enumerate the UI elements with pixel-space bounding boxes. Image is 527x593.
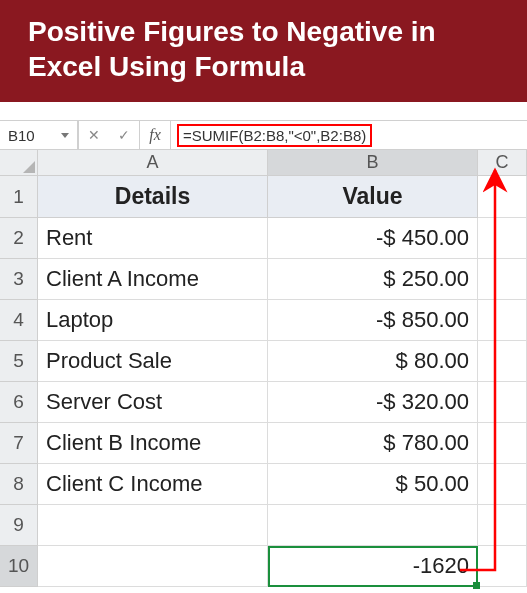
- cell-c7[interactable]: [478, 423, 527, 464]
- cell-b5[interactable]: $ 80.00: [268, 341, 478, 382]
- result-value: -1620: [413, 553, 469, 579]
- cell-a3[interactable]: Client A Income: [38, 259, 268, 300]
- col-header-c[interactable]: C: [478, 150, 527, 176]
- spreadsheet-grid: A B C 1 Details Value 2 Rent -$ 450.00 3…: [0, 150, 527, 587]
- cell-c4[interactable]: [478, 300, 527, 341]
- title-text: Positive Figures to Negative in Excel Us…: [28, 16, 436, 82]
- title-banner: Positive Figures to Negative in Excel Us…: [0, 0, 527, 102]
- cell-text: Client C Income: [46, 471, 203, 497]
- row-header-4[interactable]: 4: [0, 300, 38, 341]
- cell-a7[interactable]: Client B Income: [38, 423, 268, 464]
- cell-text: Client A Income: [46, 266, 199, 292]
- cell-text: -$ 450.00: [376, 225, 469, 251]
- fx-button[interactable]: fx: [140, 121, 170, 149]
- cell-b2[interactable]: -$ 450.00: [268, 218, 478, 259]
- cell-text: $ 50.00: [396, 471, 469, 497]
- cell-b9[interactable]: [268, 505, 478, 546]
- x-icon: ✕: [88, 127, 100, 143]
- cell-a4[interactable]: Laptop: [38, 300, 268, 341]
- cell-a10[interactable]: [38, 546, 268, 587]
- cell-b6[interactable]: -$ 320.00: [268, 382, 478, 423]
- cell-a8[interactable]: Client C Income: [38, 464, 268, 505]
- cell-a2[interactable]: Rent: [38, 218, 268, 259]
- cell-a9[interactable]: [38, 505, 268, 546]
- fx-icon: fx: [149, 126, 161, 144]
- row-header-6[interactable]: 6: [0, 382, 38, 423]
- col-header-b[interactable]: B: [268, 150, 478, 176]
- formula-bar: B10 ✕ ✓ fx =SUMIF(B2:B8,"<0",B2:B8): [0, 120, 527, 150]
- cell-text: $ 80.00: [396, 348, 469, 374]
- row-header-7[interactable]: 7: [0, 423, 38, 464]
- cell-text: Server Cost: [46, 389, 162, 415]
- cell-c3[interactable]: [478, 259, 527, 300]
- row-header-8[interactable]: 8: [0, 464, 38, 505]
- cell-text: $ 780.00: [383, 430, 469, 456]
- check-icon: ✓: [118, 127, 130, 143]
- cell-text: -$ 320.00: [376, 389, 469, 415]
- cell-b3[interactable]: $ 250.00: [268, 259, 478, 300]
- cell-text: -$ 850.00: [376, 307, 469, 333]
- cell-reference: B10: [8, 127, 35, 144]
- cell-text: $ 250.00: [383, 266, 469, 292]
- cell-text: Laptop: [46, 307, 113, 333]
- select-all-corner[interactable]: [0, 150, 38, 176]
- cancel-button[interactable]: ✕: [79, 121, 109, 149]
- cell-text: Rent: [46, 225, 92, 251]
- cell-b4[interactable]: -$ 850.00: [268, 300, 478, 341]
- col-header-a[interactable]: A: [38, 150, 268, 176]
- cell-a6[interactable]: Server Cost: [38, 382, 268, 423]
- cell-c8[interactable]: [478, 464, 527, 505]
- spacer: [0, 102, 527, 120]
- name-box[interactable]: B10: [0, 121, 78, 149]
- name-box-dropdown-icon[interactable]: [61, 133, 69, 138]
- cell-a1[interactable]: Details: [38, 176, 268, 218]
- cell-c5[interactable]: [478, 341, 527, 382]
- cell-c2[interactable]: [478, 218, 527, 259]
- cell-b10[interactable]: -1620: [268, 546, 478, 587]
- accept-button[interactable]: ✓: [109, 121, 139, 149]
- cell-b8[interactable]: $ 50.00: [268, 464, 478, 505]
- cell-c1[interactable]: [478, 176, 527, 218]
- cell-c10[interactable]: [478, 546, 527, 587]
- cell-c6[interactable]: [478, 382, 527, 423]
- formula-text: =SUMIF(B2:B8,"<0",B2:B8): [177, 124, 372, 147]
- row-header-2[interactable]: 2: [0, 218, 38, 259]
- cell-a5[interactable]: Product Sale: [38, 341, 268, 382]
- cell-b1[interactable]: Value: [268, 176, 478, 218]
- row-header-1[interactable]: 1: [0, 176, 38, 218]
- header-value: Value: [342, 183, 402, 210]
- header-details: Details: [115, 183, 190, 210]
- row-header-9[interactable]: 9: [0, 505, 38, 546]
- formula-input[interactable]: =SUMIF(B2:B8,"<0",B2:B8): [171, 121, 527, 149]
- row-header-3[interactable]: 3: [0, 259, 38, 300]
- row-header-10[interactable]: 10: [0, 546, 38, 587]
- cell-b7[interactable]: $ 780.00: [268, 423, 478, 464]
- cell-c9[interactable]: [478, 505, 527, 546]
- row-header-5[interactable]: 5: [0, 341, 38, 382]
- cell-text: Product Sale: [46, 348, 172, 374]
- cell-text: Client B Income: [46, 430, 201, 456]
